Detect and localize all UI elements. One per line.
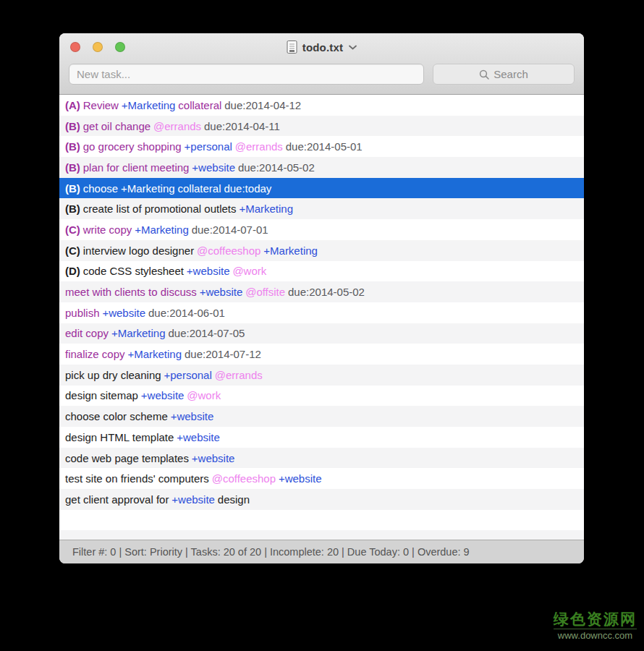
task-segment-due: due:2014-04-12: [224, 99, 301, 111]
task-segment-due: due:2014-07-12: [185, 348, 261, 360]
task-row[interactable]: get client approval for+websitedesign: [59, 489, 584, 510]
task-segment-project: +Marketing: [121, 182, 175, 195]
task-segment-text: code CSS stylesheet: [83, 265, 184, 277]
task-segment-project: +personal: [185, 140, 232, 153]
task-segment-text: write copy: [83, 224, 132, 236]
task-segment-project: +website: [177, 431, 220, 443]
minimize-button-icon[interactable]: [93, 42, 103, 52]
empty-row: [59, 510, 584, 531]
task-row[interactable]: (B)create list of promotional outlets+Ma…: [59, 198, 584, 219]
watermark: 绿色资源网 www.downcc.com: [554, 610, 637, 641]
window-title: todo.txt: [302, 41, 344, 54]
task-segment-priority: (B): [65, 182, 80, 195]
app-window: todo.txt Search (A)Review+Marketingcolla…: [59, 33, 584, 563]
task-segment-priority: (C): [65, 244, 80, 257]
task-segment-project: +website: [187, 265, 230, 277]
task-row[interactable]: design sitemap+website@work: [59, 386, 584, 407]
task-segment-context: @work: [232, 265, 266, 277]
task-row[interactable]: (B)go grocery shopping+personal@errandsd…: [59, 136, 584, 157]
task-row[interactable]: choose color scheme+website: [59, 406, 584, 427]
task-segment-text: design: [218, 493, 250, 506]
task-row[interactable]: meet with clients to discuss+website@off…: [59, 281, 584, 302]
task-segment-text: choose color scheme: [65, 410, 168, 422]
task-row[interactable]: (B)get oil change@errandsdue:2014-04-11: [59, 116, 584, 137]
task-segment-project: +Marketing: [263, 244, 318, 257]
titlebar[interactable]: todo.txt: [59, 33, 584, 61]
task-segment-context: @work: [187, 389, 221, 401]
task-row[interactable]: pick up dry cleaning+personal@errands: [59, 365, 584, 386]
task-row[interactable]: code web page templates+website: [59, 448, 584, 469]
task-segment-text: get client approval for: [65, 493, 169, 506]
task-segment-project: +Marketing: [135, 224, 189, 236]
task-segment-context: @errands: [153, 120, 201, 132]
task-row[interactable]: design HTML template+website: [59, 427, 584, 448]
task-segment-project: +Marketing: [111, 327, 166, 339]
task-segment-project: +website: [200, 286, 243, 298]
task-row[interactable]: edit copy+Marketingdue:2014-07-05: [59, 323, 584, 344]
task-segment-text: collateral: [178, 182, 221, 195]
task-segment-context: @errands: [235, 140, 283, 153]
toolbar: Search: [59, 61, 584, 85]
title-group[interactable]: todo.txt: [287, 41, 357, 54]
task-segment-priority: (C): [65, 224, 80, 236]
task-segment-priority: (D): [65, 265, 80, 277]
task-segment-text: meet with clients to discuss: [65, 286, 197, 298]
task-segment-project: +Marketing: [127, 348, 182, 360]
task-segment-text: pick up dry cleaning: [65, 369, 161, 381]
task-segment-text: edit copy: [65, 327, 109, 339]
new-task-input[interactable]: [69, 64, 424, 85]
task-segment-context: @coffeeshop: [212, 472, 276, 485]
search-input[interactable]: Search: [433, 64, 575, 85]
task-segment-project: +website: [171, 410, 214, 422]
task-segment-project: +website: [279, 472, 322, 485]
task-segment-priority: (B): [65, 203, 80, 215]
close-button-icon[interactable]: [70, 42, 80, 52]
task-list: (A)Review+Marketingcollateraldue:2014-04…: [59, 95, 584, 540]
task-segment-text: collateral: [178, 99, 221, 111]
task-row-selected[interactable]: (B)choose+Marketingcollateraldue:today: [59, 178, 584, 199]
task-segment-project: +website: [192, 452, 235, 464]
task-segment-text: finalize copy: [65, 348, 125, 360]
task-row[interactable]: finalize copy+Marketingdue:2014-07-12: [59, 344, 584, 365]
task-segment-context: @coffeeshop: [197, 244, 260, 257]
task-segment-due: due:2014-07-05: [168, 327, 245, 339]
watermark-site-name: 绿色资源网: [554, 610, 637, 627]
task-segment-context: @errands: [215, 369, 263, 381]
task-segment-text: publish: [65, 307, 100, 319]
task-segment-text: create list of promotional outlets: [83, 203, 237, 215]
task-segment-due: due:2014-04-11: [204, 120, 280, 132]
task-row[interactable]: test site on friends' computers@coffeesh…: [59, 468, 584, 489]
task-segment-text: code web page templates: [65, 452, 189, 464]
task-row[interactable]: (B)plan for client meeting+websitedue:20…: [59, 157, 584, 178]
task-segment-priority: (B): [65, 161, 80, 174]
zoom-button-icon[interactable]: [115, 42, 125, 52]
task-segment-project: +website: [192, 161, 235, 174]
task-segment-context: @offsite: [245, 286, 285, 298]
task-segment-priority: (B): [65, 120, 80, 132]
document-icon: [287, 41, 297, 54]
search-icon: [479, 69, 489, 80]
task-segment-due: due:2014-05-02: [288, 286, 365, 298]
task-segment-text: choose: [83, 182, 118, 195]
task-segment-text: plan for client meeting: [83, 161, 190, 174]
status-bar: Filter #: 0 | Sort: Priority | Tasks: 20…: [59, 540, 584, 563]
task-segment-text: go grocery shopping: [83, 140, 182, 153]
task-segment-project: +personal: [164, 369, 211, 381]
empty-row: [59, 530, 584, 540]
chevron-down-icon[interactable]: [349, 45, 357, 50]
task-row[interactable]: (A)Review+Marketingcollateraldue:2014-04…: [59, 95, 584, 116]
task-row[interactable]: (D)code CSS stylesheet+website@work: [59, 261, 584, 282]
task-row[interactable]: (C)write copy+Marketingdue:2014-07-01: [59, 219, 584, 240]
window-header: todo.txt Search: [59, 33, 584, 95]
task-segment-priority: (A): [65, 99, 80, 111]
task-segment-project: +Marketing: [239, 203, 293, 215]
task-row[interactable]: (C)interview logo designer@coffeeshop+Ma…: [59, 240, 584, 261]
task-segment-due: due:today: [224, 182, 271, 195]
task-segment-project: +website: [171, 493, 215, 506]
task-segment-due: due:2014-05-01: [286, 140, 363, 153]
task-segment-project: +Marketing: [122, 99, 176, 111]
task-segment-due: due:2014-07-01: [192, 224, 268, 236]
status-bar-text: Filter #: 0 | Sort: Priority | Tasks: 20…: [72, 546, 470, 558]
task-segment-text: get oil change: [83, 120, 151, 132]
task-row[interactable]: publish+websitedue:2014-06-01: [59, 302, 584, 323]
